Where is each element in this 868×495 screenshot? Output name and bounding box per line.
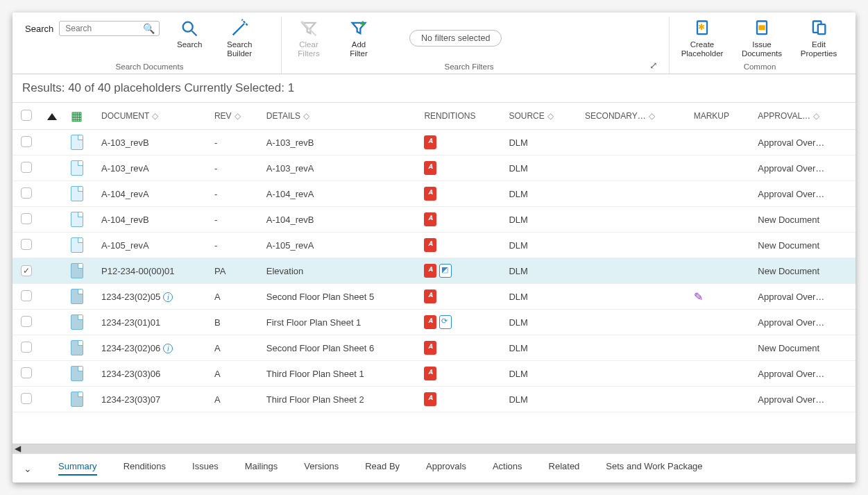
markup-icon[interactable]: ✎: [694, 291, 703, 303]
collapse-panel-icon[interactable]: ⌄: [24, 463, 32, 474]
document-icon: [71, 237, 83, 253]
search-box[interactable]: 🔍: [59, 21, 160, 36]
table-row[interactable]: 1234-23(03)06AThird Floor Plan Sheet 1DL…: [12, 361, 856, 387]
cell-details: A-103_revA: [259, 156, 418, 181]
cell-secondary: [578, 207, 687, 233]
link-icon[interactable]: [439, 315, 452, 329]
tab-related[interactable]: Related: [549, 461, 580, 476]
row-checkbox[interactable]: [21, 316, 32, 327]
pdf-icon[interactable]: [424, 135, 436, 149]
row-checkbox[interactable]: [21, 393, 32, 404]
row-checkbox[interactable]: [21, 136, 32, 147]
cell-renditions: [417, 156, 502, 181]
search-builder-button[interactable]: Search Builder: [219, 17, 259, 60]
ribbon-group-title-search: Search Documents: [25, 60, 274, 74]
pdf-icon[interactable]: [424, 161, 436, 175]
cell-details: A-105_revA: [259, 233, 418, 258]
row-checkbox[interactable]: [21, 290, 32, 301]
info-icon[interactable]: i: [163, 292, 173, 302]
table-row[interactable]: A-104_revB-A-104_revBDLMNew Document: [12, 207, 856, 233]
group-toggle-icon[interactable]: [47, 113, 57, 120]
row-checkbox[interactable]: [21, 342, 32, 353]
cell-markup: [687, 258, 751, 284]
add-filter-button[interactable]: Add Filter: [339, 17, 379, 60]
cell-rev: A: [207, 284, 259, 310]
pdf-icon[interactable]: [424, 238, 436, 252]
cell-renditions: [417, 233, 502, 258]
cell-document: 1234-23(03)06: [94, 361, 207, 387]
expand-group-icon[interactable]: ⤢: [649, 60, 658, 71]
row-checkbox[interactable]: [21, 213, 32, 224]
tab-read-by[interactable]: Read By: [365, 461, 400, 476]
pdf-icon[interactable]: [424, 187, 436, 201]
tab-mailings[interactable]: Mailings: [245, 461, 278, 476]
col-details[interactable]: DETAILS◇: [259, 103, 418, 130]
select-all-checkbox[interactable]: [21, 110, 32, 121]
table-row[interactable]: 1234-23(01)01BFirst Floor Plan Sheet 1DL…: [12, 310, 856, 335]
pdf-icon[interactable]: [424, 341, 436, 355]
sort-icon: ◇: [649, 111, 655, 121]
search-input[interactable]: [64, 23, 140, 34]
search-button[interactable]: Search: [169, 17, 210, 51]
pdf-icon[interactable]: [424, 264, 436, 278]
row-checkbox[interactable]: [21, 265, 32, 276]
pdf-icon[interactable]: [424, 315, 436, 329]
cell-secondary: [578, 387, 687, 412]
col-document[interactable]: DOCUMENT◇: [94, 103, 207, 130]
tab-sets-and-work-package[interactable]: Sets and Work Package: [606, 461, 702, 476]
document-name: A-105_revA: [101, 240, 149, 251]
tab-approvals[interactable]: Approvals: [426, 461, 466, 476]
table-row[interactable]: 1234-23(02)05iASecond Floor Plan Sheet 5…: [12, 284, 856, 310]
pdf-icon[interactable]: [424, 392, 436, 406]
table-row[interactable]: A-104_revA-A-104_revADLMApproval Over…: [12, 181, 856, 207]
tab-issues[interactable]: Issues: [192, 461, 219, 476]
pdf-icon[interactable]: [424, 367, 436, 380]
col-secondary[interactable]: SECONDARY…◇: [578, 103, 687, 130]
pdf-icon[interactable]: [424, 212, 436, 226]
row-checkbox[interactable]: [21, 187, 32, 199]
tab-summary[interactable]: Summary: [58, 461, 97, 476]
table-row[interactable]: P12-234-00(00)01PAElevationDLMNew Docume…: [12, 258, 856, 284]
cell-source: DLM: [502, 156, 577, 181]
tab-versions[interactable]: Versions: [304, 461, 339, 476]
info-icon[interactable]: i: [163, 344, 173, 353]
create-placeholder-button[interactable]: ✱ Create Placeholder: [676, 17, 728, 60]
issue-documents-button[interactable]: Issue Documents: [738, 17, 786, 60]
row-checkbox[interactable]: [21, 367, 32, 378]
col-renditions[interactable]: RENDITIONS: [417, 103, 502, 130]
cell-document: 1234-23(01)01: [94, 310, 207, 335]
edit-properties-button[interactable]: Edit Properties: [796, 17, 842, 60]
document-name: P12-234-00(00)01: [101, 266, 175, 276]
scroll-left-icon[interactable]: ◀: [15, 444, 21, 453]
document-icon: [71, 160, 83, 176]
tab-actions[interactable]: Actions: [493, 461, 522, 476]
table-row[interactable]: 1234-23(03)07AThird Floor Plan Sheet 2DL…: [12, 387, 856, 412]
table-row[interactable]: A-105_revA-A-105_revADLMNew Document: [12, 233, 856, 258]
document-icon: [71, 366, 83, 381]
filter-chip[interactable]: No filters selected: [409, 30, 502, 47]
horizontal-scrollbar[interactable]: ◀: [12, 444, 856, 453]
svg-text:✱: ✱: [698, 22, 705, 31]
sort-icon: ◇: [547, 111, 554, 121]
table-row[interactable]: A-103_revB-A-103_revBDLMApproval Over…: [12, 130, 856, 156]
document-name: 1234-23(03)07: [101, 394, 160, 405]
pdf-icon[interactable]: [424, 290, 436, 303]
col-source[interactable]: SOURCE◇: [502, 103, 577, 130]
table-row[interactable]: A-103_revA-A-103_revADLMApproval Over…: [12, 156, 856, 181]
cell-renditions: [417, 258, 502, 284]
col-rev[interactable]: REV◇: [207, 103, 259, 130]
cell-secondary: [578, 361, 687, 387]
cell-rev: -: [207, 181, 259, 207]
table-row[interactable]: 1234-23(02)06iASecond Floor Plan Sheet 6…: [12, 335, 856, 361]
tab-renditions[interactable]: Renditions: [124, 461, 166, 476]
col-markup[interactable]: MARKUP: [687, 103, 751, 130]
image-icon[interactable]: [439, 264, 452, 278]
col-approval[interactable]: APPROVAL…◇: [751, 103, 856, 130]
cell-approval: New Document: [751, 207, 856, 233]
export-excel-icon[interactable]: ▦: [71, 109, 83, 123]
document-icon: [71, 289, 83, 304]
cell-markup: [687, 130, 751, 156]
row-checkbox[interactable]: [21, 162, 32, 173]
row-checkbox[interactable]: [21, 239, 32, 250]
search-icon[interactable]: 🔍: [143, 23, 155, 34]
